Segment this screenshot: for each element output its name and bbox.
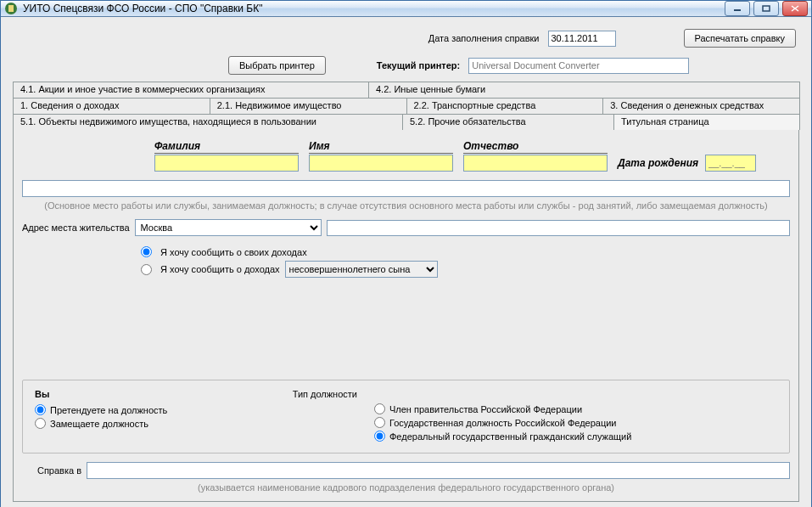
address-detail-input[interactable]	[327, 220, 790, 236]
radio-pretend-label: Претендуете на должность	[50, 405, 167, 415]
position-input[interactable]	[22, 180, 790, 197]
radio-self-label: Я хочу сообщить о своих доходах	[160, 247, 307, 257]
dob-label: Дата рождения	[618, 157, 698, 169]
tab-row-1: 4.1. Акции и иное участие в коммерческих…	[13, 82, 799, 98]
tab-1[interactable]: 1. Сведения о доходах	[13, 98, 210, 114]
spravka-input[interactable]	[87, 462, 790, 479]
other-subject-combo[interactable]: несовершеннолетнего сына	[285, 261, 438, 278]
spravka-row: Справка в	[22, 462, 790, 479]
choose-printer-button[interactable]: Выбрать принтер	[228, 56, 326, 75]
radio-self-row: Я хочу сообщить о своих доходах	[141, 246, 790, 257]
fill-date-label: Дата заполнения справки	[428, 33, 540, 43]
radio-occupy-label: Замещаете должность	[50, 419, 148, 429]
radio-state-pos[interactable]	[374, 417, 385, 428]
radio-member-gov-label: Член правительства Российской Федерации	[389, 404, 582, 414]
firstname-input[interactable]	[309, 155, 453, 172]
tabs-area: 4.1. Акции и иное участие в коммерческих…	[13, 82, 799, 502]
tab-42[interactable]: 4.2. Иные ценные бумаги	[368, 82, 800, 98]
top-toolbar: Дата заполнения справки Распечатать спра…	[8, 22, 804, 53]
lastname-input[interactable]	[154, 155, 299, 172]
radio-member-gov[interactable]	[374, 403, 385, 414]
tab-title-page[interactable]: Титульная страница	[613, 114, 800, 130]
tab-panel-title-page: Фамилия Имя Отчество Дата рождения	[13, 129, 799, 502]
app-window: УИТО Спецсвязи ФСО России - СПО "Справки…	[0, 0, 812, 507]
firstname-label: Имя	[309, 140, 453, 154]
maximize-button[interactable]	[753, 1, 779, 16]
position-hint: (Основное место работы или службы, заним…	[22, 200, 790, 211]
window-controls	[725, 1, 808, 16]
patronymic-input[interactable]	[463, 155, 608, 172]
radio-fed-civil[interactable]	[374, 431, 385, 442]
current-printer-label: Текущий принтер:	[377, 60, 460, 70]
dob-input[interactable]	[705, 155, 756, 172]
radio-pretend[interactable]	[35, 404, 46, 415]
pos-type-label: Тип должности	[255, 389, 357, 399]
tab-51[interactable]: 5.1. Объекты недвижимого имущества, нахо…	[13, 114, 403, 130]
bottom-block: Вы Претендуете на должность Замещаете до…	[22, 380, 790, 453]
radio-other[interactable]	[141, 264, 152, 275]
client-area: Дата заполнения справки Распечатать спра…	[1, 17, 811, 507]
radio-other-row: Я хочу сообщить о доходах несовершенноле…	[141, 261, 790, 278]
radio-self[interactable]	[141, 246, 152, 257]
tab-row-3: 5.1. Объекты недвижимого имущества, нахо…	[13, 114, 799, 130]
app-icon	[4, 2, 18, 15]
radio-other-label: Я хочу сообщить о доходах	[160, 264, 280, 274]
tab-3[interactable]: 3. Сведения о денежных средствах	[602, 98, 800, 114]
print-button[interactable]: Распечатать справку	[684, 29, 797, 48]
address-combo[interactable]: Москва	[135, 219, 322, 236]
fill-date-input[interactable]	[548, 31, 616, 47]
address-row: Адрес места жительства Москва	[22, 219, 790, 236]
tab-52[interactable]: 5.2. Прочие обязательства	[402, 114, 614, 130]
vy-label: Вы	[35, 389, 238, 399]
address-label: Адрес места жительства	[22, 223, 130, 233]
titlebar: УИТО Спецсвязи ФСО России - СПО "Справки…	[1, 1, 811, 17]
svg-rect-1	[8, 5, 14, 12]
radio-occupy[interactable]	[35, 418, 46, 429]
footer-hint: (указывается наименование кадрового подр…	[22, 482, 790, 493]
radio-state-pos-label: Государственная должность Российской Фед…	[389, 418, 617, 428]
lastname-label: Фамилия	[154, 140, 299, 154]
printer-row: Выбрать принтер Текущий принтер:	[8, 53, 804, 82]
svg-rect-3	[763, 6, 770, 11]
spravka-label: Справка в	[22, 465, 81, 476]
name-row: Фамилия Имя Отчество Дата рождения	[22, 140, 790, 172]
tab-22[interactable]: 2.2. Транспортные средства	[406, 98, 604, 114]
patronymic-label: Отчество	[463, 140, 608, 154]
current-printer-value	[468, 58, 689, 74]
tab-row-2: 1. Сведения о доходах 2.1. Недвижимое им…	[13, 98, 799, 114]
svg-rect-2	[734, 9, 741, 11]
tab-21[interactable]: 2.1. Недвижимое имущество	[210, 98, 407, 114]
tab-41[interactable]: 4.1. Акции и иное участие в коммерческих…	[13, 82, 369, 98]
window-title: УИТО Спецсвязи ФСО России - СПО "Справки…	[23, 3, 725, 14]
close-button[interactable]	[782, 1, 808, 16]
minimize-button[interactable]	[725, 1, 750, 16]
radio-fed-civil-label: Федеральный государственный гражданский …	[389, 431, 631, 442]
